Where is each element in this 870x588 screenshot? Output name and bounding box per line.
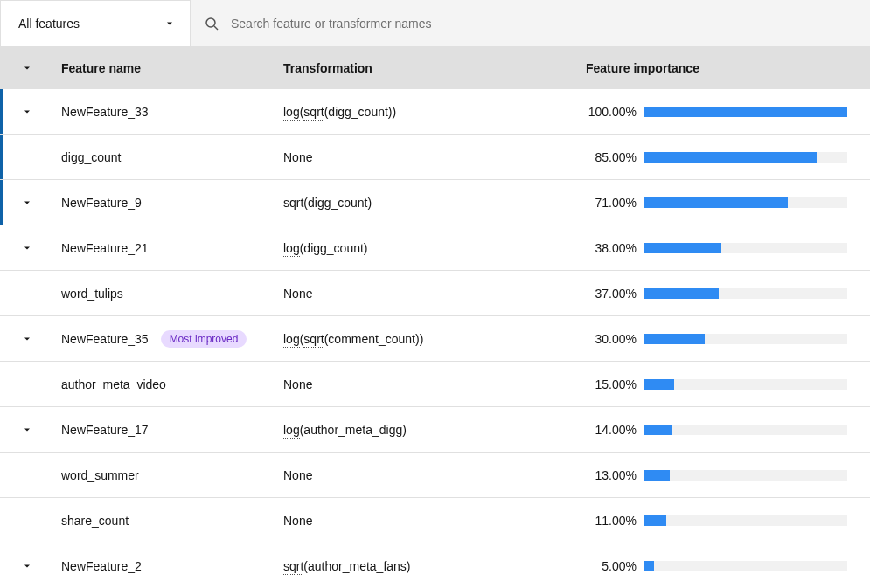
table-row[interactable]: NewFeature_21log(digg_count)38.00% <box>0 225 870 271</box>
transformation-cell: None <box>282 468 586 482</box>
importance-bar-fill <box>644 243 721 253</box>
table-row[interactable]: NewFeature_9sqrt(digg_count)71.00% <box>0 180 870 225</box>
importance-percent: 30.00% <box>586 332 637 346</box>
feature-name: NewFeature_9 <box>61 196 142 210</box>
chevron-down-icon <box>21 106 33 118</box>
importance-percent: 37.00% <box>586 287 637 301</box>
importance-bar <box>644 197 847 208</box>
importance-cell: 5.00% <box>586 559 870 573</box>
importance-cell: 15.00% <box>586 377 870 391</box>
importance-bar-fill <box>644 152 817 163</box>
importance-cell: 30.00% <box>586 332 870 346</box>
transformation-text: log(author_meta_digg) <box>283 423 407 439</box>
importance-cell: 14.00% <box>586 423 870 437</box>
transformation-cell: log(digg_count) <box>282 241 586 255</box>
importance-percent: 85.00% <box>586 150 637 164</box>
feature-name-cell: NewFeature_21 <box>51 241 282 255</box>
search-box[interactable] <box>191 0 870 47</box>
transformation-text: log(sqrt(digg_count)) <box>283 105 396 121</box>
importance-bar <box>644 425 847 435</box>
importance-bar <box>644 107 847 117</box>
row-expand[interactable] <box>0 242 51 254</box>
feature-name-cell: author_meta_video <box>51 377 282 391</box>
importance-bar-fill <box>644 470 670 481</box>
importance-percent: 13.00% <box>586 468 637 482</box>
importance-bar <box>644 515 847 526</box>
importance-bar <box>644 561 847 571</box>
importance-bar-fill <box>644 379 674 390</box>
feature-name: author_meta_video <box>61 377 166 391</box>
importance-bar-fill <box>644 197 788 208</box>
table-row[interactable]: NewFeature_35Most improvedlog(sqrt(comme… <box>0 316 870 362</box>
table-header: Feature name Transformation Feature impo… <box>0 47 870 89</box>
feature-name: NewFeature_17 <box>61 423 149 437</box>
importance-bar <box>644 288 847 299</box>
most-improved-badge: Most improved <box>161 330 247 348</box>
row-expand[interactable] <box>0 333 51 345</box>
row-expand[interactable] <box>0 424 51 436</box>
importance-cell: 85.00% <box>586 150 870 164</box>
importance-percent: 100.00% <box>586 105 637 119</box>
transformation-cell: sqrt(digg_count) <box>282 196 586 210</box>
table-row[interactable]: author_meta_videoNone15.00% <box>0 362 870 407</box>
svg-point-0 <box>206 18 215 27</box>
header-transformation[interactable]: Transformation <box>282 61 586 75</box>
importance-bar-fill <box>644 107 847 117</box>
table-row[interactable]: word_summerNone13.00% <box>0 453 870 498</box>
feature-name-cell: NewFeature_2 <box>51 559 282 573</box>
chevron-down-icon <box>21 333 33 345</box>
transformation-cell: None <box>282 150 586 164</box>
table-body: NewFeature_33log(sqrt(digg_count))100.00… <box>0 89 870 588</box>
feature-name: share_count <box>61 514 129 528</box>
feature-name-cell: share_count <box>51 514 282 528</box>
header-importance[interactable]: Feature importance <box>586 61 870 75</box>
row-expand[interactable] <box>0 560 51 572</box>
importance-percent: 5.00% <box>586 559 637 573</box>
transformation-cell: log(sqrt(digg_count)) <box>282 105 586 119</box>
chevron-down-icon <box>21 197 33 209</box>
transformation-text: None <box>283 150 312 164</box>
importance-bar <box>644 379 847 390</box>
feature-name: NewFeature_35 <box>61 332 149 346</box>
row-expand[interactable] <box>0 106 51 118</box>
chevron-down-icon <box>21 242 33 254</box>
importance-cell: 38.00% <box>586 241 870 255</box>
feature-name: word_tulips <box>61 287 123 301</box>
importance-percent: 38.00% <box>586 241 637 255</box>
filter-label: All features <box>18 17 80 31</box>
chevron-down-icon <box>164 17 176 30</box>
importance-bar-fill <box>644 561 654 571</box>
importance-cell: 37.00% <box>586 287 870 301</box>
transformation-cell: None <box>282 377 586 391</box>
importance-cell: 71.00% <box>586 196 870 210</box>
table-row[interactable]: NewFeature_17log(author_meta_digg)14.00% <box>0 407 870 453</box>
importance-percent: 11.00% <box>586 514 637 528</box>
table-row[interactable]: NewFeature_33log(sqrt(digg_count))100.00… <box>0 89 870 135</box>
feature-name-cell: digg_count <box>51 150 282 164</box>
importance-cell: 11.00% <box>586 514 870 528</box>
svg-line-1 <box>214 26 218 30</box>
importance-percent: 14.00% <box>586 423 637 437</box>
search-icon <box>205 17 219 31</box>
transformation-cell: None <box>282 287 586 301</box>
importance-bar <box>644 152 847 163</box>
table-row[interactable]: word_tulipsNone37.00% <box>0 271 870 316</box>
search-input[interactable] <box>231 17 856 31</box>
table-row[interactable]: NewFeature_2sqrt(author_meta_fans)5.00% <box>0 543 870 588</box>
filter-dropdown[interactable]: All features <box>0 0 191 47</box>
feature-name-cell: NewFeature_35Most improved <box>51 330 282 348</box>
header-expand-all[interactable] <box>0 62 51 74</box>
importance-bar-fill <box>644 334 705 344</box>
transformation-cell: None <box>282 514 586 528</box>
feature-name-cell: word_tulips <box>51 287 282 301</box>
table-row[interactable]: share_countNone11.00% <box>0 498 870 543</box>
importance-bar <box>644 334 847 344</box>
importance-bar-fill <box>644 425 672 435</box>
header-feature-name[interactable]: Feature name <box>51 61 282 75</box>
table-row[interactable]: digg_countNone85.00% <box>0 135 870 180</box>
row-expand[interactable] <box>0 197 51 209</box>
chevron-down-icon <box>21 62 33 74</box>
transformation-text: log(sqrt(comment_count)) <box>283 332 423 348</box>
importance-bar <box>644 243 847 253</box>
transformation-text: None <box>283 514 312 528</box>
